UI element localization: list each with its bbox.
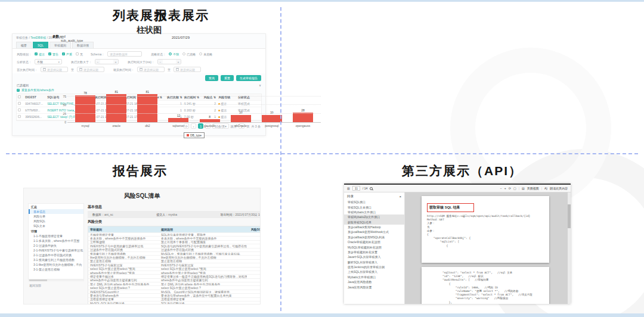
- bar-postgresql[interactable]: [262, 115, 282, 122]
- rotate-icon[interactable]: ⟳: [509, 187, 511, 190]
- pdf-toc-item[interactable]: Java应用风险函数: [344, 279, 404, 284]
- pdf-toc-item[interactable]: Mybatis文件审核接口: [344, 275, 404, 279]
- pdf-toc-item[interactable]: 上线SQL片段审核接入: [344, 269, 404, 274]
- cell-rule: 过滤条件中存在隐式转换: [88, 248, 159, 251]
- bar-mysql[interactable]: [75, 95, 95, 122]
- bar-gaussdb[interactable]: [200, 119, 220, 122]
- pdf-toc-item[interactable]: 异步callback使用Webhook方式: [344, 229, 404, 234]
- risk-table-row: 查询索引列上不能使用函数MySQL中，查询索引列上不能使用函数，可能引发全表扫描…: [88, 251, 261, 255]
- toc-item[interactable]: 风险SQL: [29, 219, 83, 223]
- bar-sqlserver[interactable]: [168, 118, 188, 122]
- pdf-toc-item[interactable]: 使用Jenkins的目录审核示例: [344, 265, 404, 269]
- cell-count[interactable]: 20: [247, 290, 261, 294]
- cell-count[interactable]: 1: [247, 237, 261, 240]
- toc-item[interactable]: SQL文本: [29, 223, 83, 228]
- cell-count[interactable]: 2: [247, 248, 261, 251]
- page-view-icon[interactable]: ▤: [522, 187, 525, 190]
- chart-param-annotation: 参数 and sub_audit_type: [52, 35, 83, 43]
- read-aloud-icon[interactable]: A): [544, 187, 547, 190]
- scrollbar-thumb[interactable]: [29, 279, 47, 281]
- pdf-toc-item[interactable]: Oracle审核规则补充说明: [344, 240, 404, 244]
- toc-item[interactable]: 3-1-禁止使用左模糊: [29, 267, 83, 272]
- toc-scrollbar[interactable]: [28, 279, 84, 281]
- cell-count[interactable]: 7: [247, 275, 261, 278]
- pdf-toc-item[interactable]: 解析SQL片段审核接入: [344, 260, 404, 265]
- toc-item[interactable]: 2-1-过滤条件中存在隐式转换: [29, 253, 83, 257]
- pdf-toc-item[interactable]: 审核SQL接口: [344, 200, 404, 204]
- bar-db2[interactable]: [137, 94, 157, 122]
- horizontal-divider: [6, 153, 638, 154]
- pdf-toc-item[interactable]: MySQL审核规则补充说明: [344, 244, 404, 249]
- pdf-toc-item[interactable]: 审核Mybatis文件接口: [344, 210, 404, 215]
- cell-count[interactable]: 1: [247, 256, 261, 259]
- bar-value-label: 12: [166, 114, 190, 117]
- cell-count[interactable]: 1: [247, 271, 261, 275]
- toc-item[interactable]: 基本信息: [29, 209, 83, 214]
- toc-item[interactable]: 2-1-IN/EXISTS子句中索引选择率过低: [29, 248, 83, 253]
- cell-desc: MySQL、Count统计SQL性能消耗较大，请慎重使用。: [159, 290, 247, 294]
- toc-item[interactable]: 2-1-过滤条件缺失: [29, 243, 83, 248]
- page-number-input[interactable]: 11: [352, 186, 360, 191]
- fit-page-icon[interactable]: ▢: [513, 187, 516, 190]
- gridline: 75: [67, 96, 321, 97]
- pdf-toc-item[interactable]: 审核SQL文本接口: [344, 204, 404, 209]
- zoom-in-icon[interactable]: +: [504, 187, 506, 190]
- cell-count[interactable]: 1: [247, 259, 261, 263]
- risk-table-row: IN/EXISTS子句中使用的索引选择率过低SQL语句的IN/EXISTS子句中…: [88, 244, 261, 247]
- toc-item[interactable]: 1-1-多表关联，where条件中不完整: [29, 238, 83, 243]
- pdf-toc-item[interactable]: 审核MybatisZip文件接口: [344, 215, 404, 219]
- cell-count[interactable]: 29: [247, 297, 261, 301]
- quadrant-title: 报表展示: [0, 7, 364, 24]
- zoom-out-icon[interactable]: −: [500, 187, 502, 190]
- close-icon[interactable]: ×: [400, 195, 401, 198]
- pdf-content-area: 获取审核 SQL 结果 http://<SQM 服务地址>:<端口>/sqm/o…: [405, 192, 571, 304]
- cell-count[interactable]: 22: [247, 294, 261, 297]
- gridline: 50: [67, 104, 321, 105]
- report-toc: 汇总基本信息风险分类风险SQLSQL文本详情1-1-不能使用绑定变量1-1-多表…: [28, 203, 84, 279]
- pdf-page: "sqltext": "select * from ACT", //sql 文本…: [422, 267, 549, 304]
- toc-item[interactable]: 3-1-like使用时仅允许右侧模糊，不向: [29, 262, 83, 267]
- pdf-toc-item[interactable]: Java中SQL片段审核接入: [344, 254, 404, 259]
- cell-count[interactable]: 19: [247, 286, 261, 290]
- page-canvas: 列表展示 审核任务 / TestDB审核 / 20+-ac审核 概要SQL审核规…: [0, 0, 644, 317]
- bar-obOracle[interactable]: [231, 115, 251, 122]
- info-field: 提交人：mysba: [156, 213, 177, 216]
- back-to-top-link[interactable]: 返回顶部: [28, 281, 84, 290]
- content-scrollbar[interactable]: [568, 192, 571, 304]
- risk-table-row: where条件中禁止使用select *查询where条件中禁止使用select…: [88, 271, 261, 274]
- bar-oracle[interactable]: [106, 94, 126, 122]
- cell-count[interactable]: 9: [247, 282, 261, 286]
- scrollbar-thumb[interactable]: [568, 204, 571, 228]
- search-icon[interactable]: [370, 187, 373, 190]
- toolbar-separator: |: [519, 187, 519, 190]
- pdf-toc-item[interactable]: 异步callback查询Hadoop: [344, 225, 404, 229]
- api-code-block: "sqltext": "select * from ACT", //sql 文本…: [427, 271, 544, 304]
- cell-rule: 查询索引列上不能使用函数: [88, 252, 159, 256]
- cell-count[interactable]: 1: [247, 233, 261, 237]
- cell-desc: SQL语句的IN/EXISTS子句中使用的索引选择率过低，可能存在性能风险，需由…: [159, 244, 247, 248]
- cell-desc: SQL语句未使用绑定变量，有隐患: [159, 233, 247, 237]
- cell-count[interactable]: 43: [247, 302, 261, 304]
- risk-table-row: 没有使用绑定变量没有使用绑定变量29: [88, 297, 261, 301]
- pdf-toc-item[interactable]: 获取审核SQL结果: [344, 220, 404, 225]
- risk-table-row: select SQL中禁止使用select ?select SQL中禁止使用se…: [88, 285, 261, 289]
- pdf-toc-item[interactable]: Java应用风险设置: [344, 284, 404, 289]
- cell-count[interactable]: 2: [247, 240, 261, 244]
- page-view-label[interactable]: 页面视图: [527, 187, 539, 190]
- toc-toggle-icon[interactable]: ▥: [347, 187, 350, 190]
- toc-item[interactable]: 3-1-查询索引列上不能使用函数: [29, 257, 83, 262]
- legend-box[interactable]: DB_type: [184, 132, 205, 138]
- toc-item[interactable]: 风险分类: [29, 214, 83, 219]
- pdf-toc-item[interactable]: 异步审核规则补充设置: [344, 250, 404, 254]
- pdf-toc-item[interactable]: 异步callback使用MSQL列表: [344, 235, 404, 240]
- toc-item[interactable]: 1-1-不能使用绑定变量: [29, 234, 83, 238]
- api-code-block: http://<SQM 服务地址>:<端口>/sqm/open/api/audi…: [427, 215, 544, 248]
- risk-table-body: 不能使用绑定变量SQL语句未使用绑定变量，有隐患1多表关联，where条件中不完…: [88, 232, 261, 304]
- bar-opengauss[interactable]: [293, 113, 313, 122]
- cell-count[interactable]: 2: [247, 244, 261, 248]
- cell-count[interactable]: 2: [247, 252, 261, 256]
- cell-count[interactable]: 5: [247, 267, 261, 271]
- cell-count[interactable]: 9: [247, 278, 261, 282]
- read-aloud-label[interactable]: 朗读此页内容: [550, 187, 568, 190]
- cell-count[interactable]: 4: [247, 263, 261, 267]
